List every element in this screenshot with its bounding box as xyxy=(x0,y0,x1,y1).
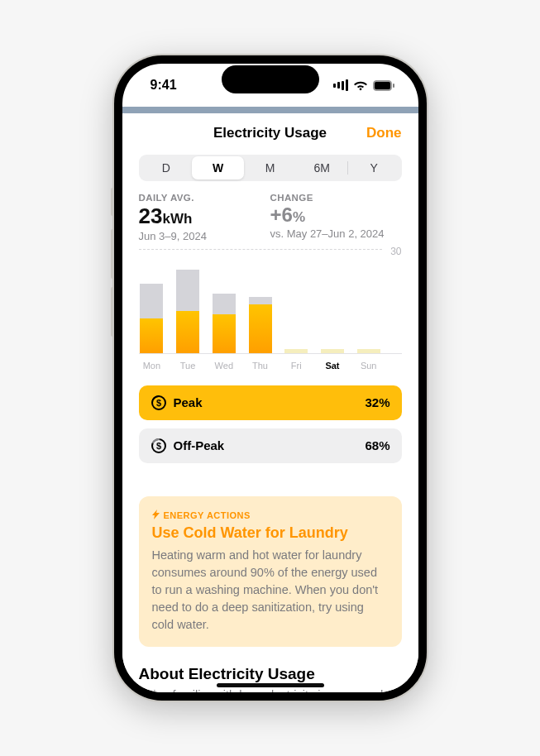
day-label-wed: Wed xyxy=(211,361,237,371)
screen: 9:41 Electricity Usage Done DWM6MY xyxy=(122,64,418,692)
metric-label: CHANGE xyxy=(270,193,402,203)
offpeak-icon: $ xyxy=(151,438,167,454)
metric-label: DAILY AVG. xyxy=(139,193,270,203)
day-label-sun: Sun xyxy=(356,361,382,371)
about-heading: About Electricity Usage xyxy=(139,665,402,683)
day-label-thu: Thu xyxy=(247,361,274,371)
dynamic-island xyxy=(222,65,319,93)
bar-mon[interactable] xyxy=(139,249,165,353)
segment-6m[interactable]: 6M xyxy=(296,156,348,179)
page-title: Electricity Usage xyxy=(139,125,402,141)
bar-wed[interactable] xyxy=(211,249,237,353)
energy-actions-card[interactable]: ENERGY ACTIONS Use Cold Water for Laundr… xyxy=(139,496,402,647)
bar-fri[interactable] xyxy=(283,249,309,353)
metric-daily-avg: DAILY AVG. 23kWh Jun 3–9, 2024 xyxy=(139,193,270,242)
usage-split: $ Peak 32% $ Off-Peak 68% xyxy=(139,385,402,463)
sheet-header: Electricity Usage Done xyxy=(139,125,402,141)
peak-icon: $ xyxy=(151,395,167,411)
segment-y[interactable]: Y xyxy=(348,156,400,179)
card-kicker: ENERGY ACTIONS xyxy=(152,510,389,521)
status-time: 9:41 xyxy=(151,78,177,93)
bar-sat[interactable] xyxy=(319,249,346,353)
bar-thu[interactable] xyxy=(247,249,274,353)
metric-value: +6% xyxy=(270,204,402,226)
segment-m[interactable]: M xyxy=(244,156,296,179)
battery-icon xyxy=(373,80,395,91)
svg-rect-2 xyxy=(393,84,394,88)
segment-w[interactable]: W xyxy=(192,156,244,179)
metric-number: +6 xyxy=(270,203,293,226)
peak-pill[interactable]: $ Peak 32% xyxy=(139,385,402,420)
usage-bar-chart[interactable]: 30 xyxy=(139,249,402,354)
offpeak-pill[interactable]: $ Off-Peak 68% xyxy=(139,428,402,463)
home-indicator[interactable] xyxy=(217,683,324,687)
metric-number: 23 xyxy=(139,203,163,228)
phone-frame: 9:41 Electricity Usage Done DWM6MY xyxy=(114,55,427,701)
wifi-icon xyxy=(353,80,368,91)
peak-percent: 32% xyxy=(365,395,389,409)
about-body: Being familiar with how electricity is m… xyxy=(139,688,402,692)
chart-ymax-label: 30 xyxy=(390,246,401,257)
bolt-icon xyxy=(152,510,160,521)
metric-subtitle: vs. May 27–Jun 2, 2024 xyxy=(270,227,402,240)
sheet: Electricity Usage Done DWM6MY DAILY AVG.… xyxy=(122,113,418,692)
metric-unit: kWh xyxy=(162,211,192,227)
metric-subtitle: Jun 3–9, 2024 xyxy=(139,230,270,242)
cellular-signal-icon xyxy=(332,79,348,91)
offpeak-label: Off-Peak xyxy=(174,438,225,452)
card-title: Use Cold Water for Laundry xyxy=(152,524,389,542)
day-label-fri: Fri xyxy=(283,361,309,371)
metric-unit: % xyxy=(293,209,305,225)
offpeak-percent: 68% xyxy=(365,438,389,452)
backdrop-bar xyxy=(122,107,418,113)
card-body: Heating warm and hot water for laundry c… xyxy=(152,547,389,634)
segment-d[interactable]: D xyxy=(141,156,193,179)
bar-sun[interactable] xyxy=(356,249,382,353)
metric-change: CHANGE +6% vs. May 27–Jun 2, 2024 xyxy=(270,193,402,242)
time-range-segmented-control[interactable]: DWM6MY xyxy=(139,155,402,181)
metrics-row: DAILY AVG. 23kWh Jun 3–9, 2024 CHANGE +6… xyxy=(139,193,402,242)
svg-rect-1 xyxy=(375,82,390,89)
svg-text:$: $ xyxy=(155,398,160,408)
status-indicators xyxy=(332,79,395,91)
day-label-sat: Sat xyxy=(319,361,346,371)
day-label-mon: Mon xyxy=(139,361,165,371)
bar-tue[interactable] xyxy=(174,249,201,353)
metric-value: 23kWh xyxy=(139,204,270,228)
peak-label: Peak xyxy=(174,395,203,409)
card-kicker-text: ENERGY ACTIONS xyxy=(164,510,251,520)
svg-text:$: $ xyxy=(155,441,160,451)
day-label-tue: Tue xyxy=(174,361,201,371)
